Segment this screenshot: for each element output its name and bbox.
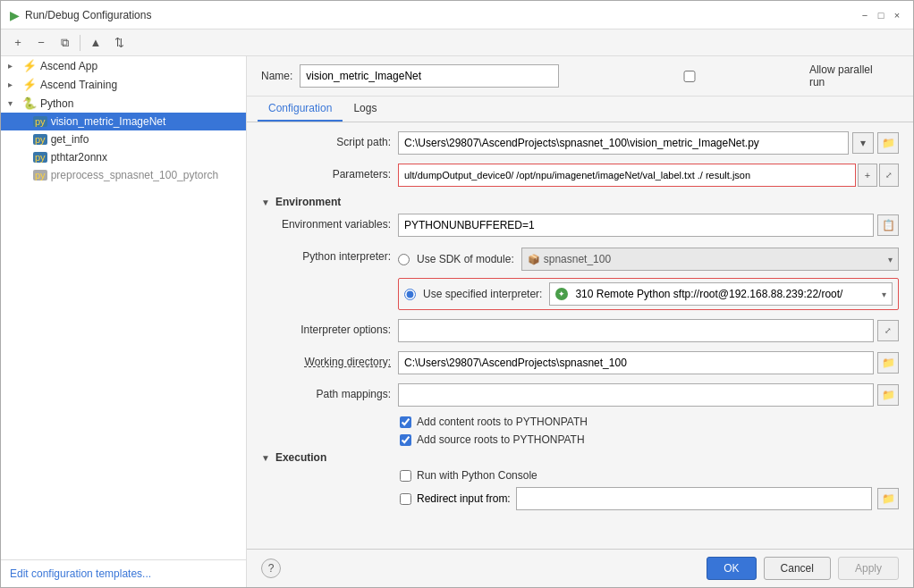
env-vars-row: Environment variables: 📋 <box>261 214 899 237</box>
minimize-button[interactable]: − <box>858 8 872 22</box>
python-interp-label: Python interpreter: <box>261 246 391 263</box>
sidebar-tree: ▸ ⚡ Ascend App ▸ ⚡ Ascend Training ▾ 🐍 <box>1 56 246 559</box>
environment-section-title: Environment <box>275 196 341 208</box>
interp-options-wrapper: ⤢ <box>398 319 899 342</box>
environment-toggle[interactable]: ▼ <box>261 197 270 207</box>
parameters-expand-button[interactable]: + <box>858 164 877 187</box>
sidebar-label-ascend-training: Ascend Training <box>40 79 117 91</box>
execution-section-header: ▼ Execution <box>261 451 899 464</box>
toolbar-separator <box>80 35 80 51</box>
sidebar: ▸ ⚡ Ascend App ▸ ⚡ Ascend Training ▾ 🐍 <box>1 56 247 587</box>
form-area: Script path: ▾ 📁 Parameters: + ⤢ <box>247 122 913 549</box>
name-input[interactable] <box>300 64 559 88</box>
path-mappings-input[interactable] <box>398 383 874 407</box>
cancel-button[interactable]: Cancel <box>764 557 831 580</box>
redirect-input-label: Redirect input from: <box>417 492 511 505</box>
use-sdk-radio[interactable] <box>398 254 410 265</box>
run-python-console-label: Run with Python Console <box>417 469 537 482</box>
parameters-input[interactable] <box>398 164 856 187</box>
sdk-select[interactable]: 📦 spnasnet_100 ▾ <box>521 248 899 271</box>
ok-button[interactable]: OK <box>707 557 756 580</box>
bottom-bar: ? OK Cancel Apply <box>247 549 913 587</box>
run-python-console-row: Run with Python Console <box>261 469 899 482</box>
env-vars-browse-button[interactable]: 📋 <box>877 214 899 236</box>
script-path-label: Script path: <box>261 131 391 148</box>
expand-icon: ▸ <box>8 61 19 71</box>
apply-button[interactable]: Apply <box>838 557 899 580</box>
toolbar: + − ⧉ ▲ ⇅ <box>1 29 913 56</box>
edit-templates-link[interactable]: Edit configuration templates... <box>1 559 246 587</box>
interp-options-row: Interpreter options: ⤢ <box>261 319 899 342</box>
use-specified-radio[interactable] <box>404 289 416 300</box>
redirect-input-row: Redirect input from: 📁 <box>261 487 899 510</box>
copy-config-button[interactable]: ⧉ <box>55 33 74 53</box>
sidebar-item-python[interactable]: ▾ 🐍 Python <box>1 94 246 113</box>
tab-logs[interactable]: Logs <box>343 97 387 122</box>
env-vars-input[interactable] <box>398 214 874 237</box>
script-path-row: Script path: ▾ 📁 <box>261 131 899 155</box>
close-button[interactable]: × <box>890 8 904 22</box>
env-vars-input-wrapper: 📋 <box>398 214 899 237</box>
sidebar-label-vision-metric: vision_metric_ImageNet <box>51 115 166 128</box>
sidebar-item-ascend-training[interactable]: ▸ ⚡ Ascend Training <box>1 75 246 94</box>
add-content-roots-checkbox[interactable] <box>400 416 411 428</box>
add-source-roots-checkbox[interactable] <box>400 434 411 446</box>
store-project-checkbox[interactable] <box>901 71 913 82</box>
remove-config-button[interactable]: − <box>31 33 51 53</box>
allow-parallel-label: Allow parallel run <box>809 63 880 88</box>
redirect-input-field[interactable] <box>516 487 872 510</box>
script-path-dropdown-button[interactable]: ▾ <box>852 132 874 154</box>
add-content-roots-row: Add content roots to PYTHONPATH <box>261 416 899 428</box>
sort-button[interactable]: ⇅ <box>109 33 129 53</box>
parameters-label: Parameters: <box>261 164 391 181</box>
python-file-icon-3: py <box>33 152 47 163</box>
path-mappings-label: Path mappings: <box>261 383 391 400</box>
working-dir-input[interactable] <box>398 351 874 374</box>
use-specified-radio-row: Use specified interpreter: ✦ 310 Remote … <box>398 278 899 310</box>
interp-options-expand-button[interactable]: ⤢ <box>877 320 899 341</box>
add-config-button[interactable]: + <box>8 33 28 53</box>
interpreter-select[interactable]: ✦ 310 Remote Python sftp://root@192.168.… <box>549 282 893 306</box>
sidebar-label-python: Python <box>40 97 73 110</box>
title-controls: − □ × <box>858 8 904 22</box>
script-path-input[interactable] <box>398 131 849 155</box>
execution-toggle[interactable]: ▼ <box>261 453 270 463</box>
title-bar-left: ▶ Run/Debug Configurations <box>10 8 151 22</box>
execution-section-title: Execution <box>275 451 326 464</box>
working-dir-wrapper: 📁 <box>398 351 899 374</box>
sidebar-item-ascend-app[interactable]: ▸ ⚡ Ascend App <box>1 56 246 75</box>
sidebar-item-vision-metric[interactable]: py vision_metric_ImageNet <box>1 113 246 130</box>
python-interp-row: Python interpreter: Use SDK of module: 📦… <box>261 246 899 310</box>
help-button[interactable]: ? <box>261 559 281 578</box>
path-mappings-row: Path mappings: 📁 <box>261 383 899 407</box>
config-name-row: Name: Allow parallel run Store as projec… <box>247 56 913 97</box>
allow-parallel-checkbox[interactable] <box>573 71 806 82</box>
path-mappings-browse-button[interactable]: 📁 <box>877 384 899 406</box>
title-bar: ▶ Run/Debug Configurations − □ × <box>1 1 913 29</box>
ascend-app-icon: ⚡ <box>22 59 37 72</box>
interp-options-label: Interpreter options: <box>261 319 391 336</box>
use-specified-label: Use specified interpreter: <box>423 288 542 300</box>
tab-configuration[interactable]: Configuration <box>258 97 343 122</box>
python-folder-icon: 🐍 <box>22 97 37 110</box>
sidebar-item-pthtar2onnx[interactable]: py pthtar2onnx <box>1 148 246 166</box>
sidebar-item-preprocess[interactable]: py preprocess_spnasnet_100_pytorch <box>1 166 246 184</box>
run-python-console-checkbox[interactable] <box>400 470 411 482</box>
script-path-input-wrapper: ▾ 📁 <box>398 131 899 155</box>
script-path-browse-button[interactable]: 📁 <box>877 132 899 154</box>
sidebar-item-get-info[interactable]: py get_info <box>1 130 246 148</box>
maximize-button[interactable]: □ <box>874 8 888 22</box>
redirect-input-browse-button[interactable]: 📁 <box>877 488 899 509</box>
add-source-roots-row: Add source roots to PYTHONPATH <box>261 433 899 446</box>
tabs-row: Configuration Logs <box>247 97 913 122</box>
add-source-roots-label: Add source roots to PYTHONPATH <box>417 433 585 446</box>
interpreter-options: Use SDK of module: 📦 spnasnet_100 ▾ Use … <box>398 246 899 310</box>
redirect-input-checkbox[interactable] <box>400 493 411 505</box>
parameters-fullscreen-button[interactable]: ⤢ <box>879 164 899 187</box>
interpreter-icon: ✦ <box>555 288 568 300</box>
interp-options-input[interactable] <box>398 319 874 342</box>
move-up-button[interactable]: ▲ <box>86 33 106 53</box>
store-project-wrapper: Store as project file ⚙ <box>901 63 913 88</box>
use-sdk-label: Use SDK of module: <box>417 253 514 265</box>
working-dir-browse-button[interactable]: 📁 <box>877 352 899 374</box>
